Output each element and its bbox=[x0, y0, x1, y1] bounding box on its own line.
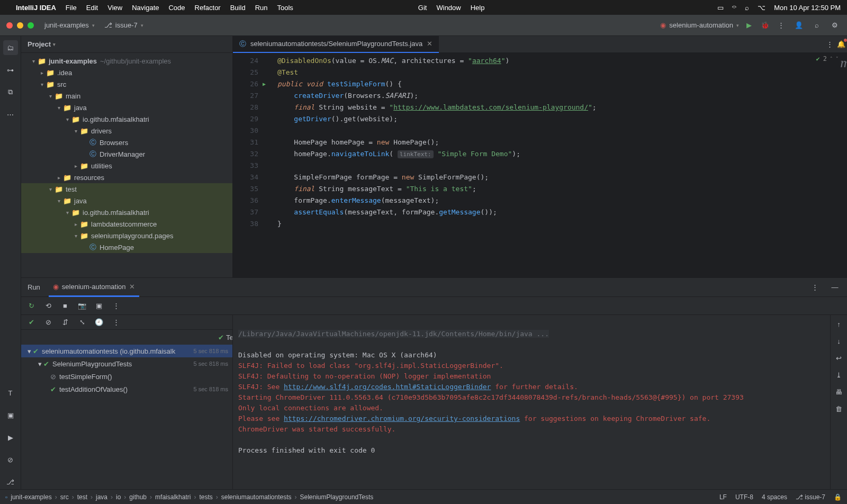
code-line[interactable]: public void testSimpleForm() { bbox=[265, 78, 847, 90]
code-with-me-button[interactable]: 👤 bbox=[793, 20, 805, 31]
test-row[interactable]: ✔testAdditionOfValues()5 sec 818 ms bbox=[21, 383, 232, 395]
git-branch-status[interactable]: ⎇ issue-7 bbox=[796, 493, 825, 501]
menu-build[interactable]: Build bbox=[230, 4, 246, 12]
inspection-widget[interactable]: ✔ 2 ˄ ˅ bbox=[816, 55, 839, 62]
tree-row[interactable]: ▾📁main bbox=[21, 90, 232, 102]
sort-button[interactable]: ⇵ bbox=[59, 317, 71, 328]
line-separator[interactable]: LF bbox=[719, 493, 727, 501]
problems-tool-button[interactable]: ⊘ bbox=[3, 452, 18, 467]
debug-tool-button[interactable]: ▣ bbox=[3, 408, 18, 422]
breadcrumb-item[interactable]: github bbox=[129, 493, 147, 501]
breadcrumb-item[interactable]: test bbox=[77, 493, 87, 501]
gutter-line[interactable]: 27 bbox=[233, 90, 258, 102]
breadcrumb-item[interactable]: tests bbox=[199, 493, 212, 501]
console-link[interactable]: http://www.slf4j.org/codes.html#StaticLo… bbox=[284, 383, 491, 391]
tree-row[interactable]: ▸📁.idea bbox=[21, 67, 232, 78]
code-line[interactable]: @Test bbox=[265, 67, 847, 78]
tree-row[interactable]: ▾📁io.github.mfaisalkhatri bbox=[21, 113, 232, 125]
code-line[interactable]: } bbox=[265, 218, 847, 230]
code-line[interactable]: getDriver().get(website); bbox=[265, 113, 847, 125]
stop-button[interactable]: ■ bbox=[59, 300, 71, 312]
editor-tab[interactable]: Ⓒ seleniumautomationtests/SeleniumPlaygr… bbox=[233, 36, 439, 53]
run-panel-options-button[interactable]: ⋮ bbox=[809, 282, 821, 293]
run-config-selector[interactable]: ◉ selenium-automation ▾ bbox=[660, 21, 739, 29]
gutter-line[interactable]: 37 bbox=[233, 206, 258, 218]
fullscreen-window-button[interactable] bbox=[28, 22, 34, 29]
tree-row[interactable]: ▾📁junit-examples~/github/junit-examples bbox=[21, 55, 232, 67]
breadcrumb-item[interactable]: SeleniumPlaygroundTests bbox=[300, 493, 374, 501]
print-button[interactable]: 🖶 bbox=[833, 386, 845, 398]
tree-row[interactable]: ▸📁lambdatestcommerce bbox=[21, 218, 232, 230]
gutter-line[interactable]: 38 bbox=[233, 218, 258, 230]
menu-navigate[interactable]: Navigate bbox=[132, 4, 159, 12]
menu-file[interactable]: File bbox=[66, 4, 77, 12]
more-button[interactable]: ⋮ bbox=[110, 300, 122, 312]
tree-row[interactable]: ⒸBrowsers bbox=[21, 137, 232, 148]
code-line[interactable]: @DisabledOnOs(value = OS.MAC, architectu… bbox=[265, 55, 847, 67]
test-row[interactable]: ⊘testSimpleForm() bbox=[21, 370, 232, 383]
vcs-branch-selector[interactable]: ⎇ issue-7 ▾ bbox=[104, 21, 143, 29]
settings-button[interactable]: ⚙ bbox=[829, 20, 841, 31]
gutter-line[interactable]: 24 bbox=[233, 55, 258, 67]
project-tool-button[interactable]: 🗂 bbox=[3, 40, 18, 55]
close-window-button[interactable] bbox=[6, 22, 13, 29]
clear-button[interactable]: 🗑 bbox=[833, 403, 845, 415]
editor-body[interactable]: 242526▶272829303132333435363738 @Disable… bbox=[233, 53, 847, 277]
console-link[interactable]: https://chromedriver.chromium.org/securi… bbox=[284, 415, 520, 422]
test-tree-more-button[interactable]: ⋮ bbox=[110, 317, 122, 328]
spotlight-icon[interactable]: ⌕ bbox=[745, 4, 749, 12]
code-line[interactable]: homePage.navigateToLink( linkText: "Simp… bbox=[265, 148, 847, 160]
notifications-button[interactable]: 🔔 bbox=[835, 39, 847, 50]
menu-help[interactable]: Help bbox=[471, 4, 485, 12]
debug-button[interactable]: 🐞 bbox=[759, 20, 771, 31]
breadcrumb-item[interactable]: junit-examples bbox=[11, 493, 51, 501]
menu-git[interactable]: Git bbox=[418, 4, 427, 12]
wifi-icon[interactable]: ⌔ bbox=[732, 4, 736, 12]
code-line[interactable]: HomePage homePage = new HomePage(); bbox=[265, 137, 847, 148]
code-line[interactable]: SimpleFormPage formPage = new SimpleForm… bbox=[265, 172, 847, 183]
battery-icon[interactable]: ▭ bbox=[717, 4, 724, 12]
structure-tool-button[interactable]: ⧉ bbox=[3, 85, 18, 100]
breadcrumb-item[interactable]: io bbox=[116, 493, 121, 501]
more-tool-button[interactable]: ⋯ bbox=[3, 107, 18, 122]
test-list[interactable]: ▾✔seleniumautomationtests (io.github.mfa… bbox=[21, 345, 232, 395]
gutter-run-icon[interactable]: ▶ bbox=[263, 78, 266, 90]
expand-button[interactable]: ⤡ bbox=[76, 317, 88, 328]
lock-icon[interactable]: 🔒 bbox=[834, 493, 842, 501]
show-ignored-button[interactable]: ⊘ bbox=[42, 317, 54, 328]
tree-row[interactable]: ▸📁resources bbox=[21, 172, 232, 183]
control-center-icon[interactable]: ⌥ bbox=[758, 4, 765, 12]
hide-panel-button[interactable]: — bbox=[829, 282, 841, 293]
breadcrumb-item[interactable]: java bbox=[96, 493, 107, 501]
code-line[interactable]: final String messageText = "This is a te… bbox=[265, 183, 847, 195]
clock[interactable]: Mon 10 Apr 12:50 PM bbox=[774, 4, 841, 12]
tab-list-button[interactable]: ⋮ bbox=[824, 39, 835, 50]
soft-wrap-button[interactable]: ↩ bbox=[833, 352, 845, 364]
tree-row[interactable]: ▾📁drivers bbox=[21, 125, 232, 137]
close-tab-icon[interactable]: ✕ bbox=[427, 40, 432, 48]
gutter-line[interactable]: 34 bbox=[233, 172, 258, 183]
scroll-up-button[interactable]: ↑ bbox=[833, 318, 845, 330]
close-tab-icon[interactable]: ✕ bbox=[129, 283, 135, 291]
gutter-line[interactable]: 36 bbox=[233, 195, 258, 206]
project-selector[interactable]: junit-examples ▾ bbox=[44, 21, 95, 29]
gutter-line[interactable]: 30 bbox=[233, 125, 258, 137]
dump-threads-button[interactable]: 📷 bbox=[76, 300, 88, 312]
breadcrumb-item[interactable]: src bbox=[60, 493, 69, 501]
menu-run[interactable]: Run bbox=[255, 4, 268, 12]
tree-row[interactable]: ▾📁seleniumplayground.pages bbox=[21, 230, 232, 241]
more-actions-button[interactable]: ⋮ bbox=[775, 20, 787, 31]
file-encoding[interactable]: UTF-8 bbox=[735, 493, 753, 501]
git-tool-button[interactable]: ⎇ bbox=[3, 474, 18, 489]
tree-row[interactable]: ▾📁java bbox=[21, 195, 232, 206]
menu-edit[interactable]: Edit bbox=[86, 4, 98, 12]
run-tool-button[interactable]: ▶ bbox=[3, 430, 18, 445]
breadcrumb-item[interactable]: seleniumautomationtests bbox=[221, 493, 292, 501]
gutter-line[interactable]: 25 bbox=[233, 67, 258, 78]
gutter-line[interactable]: 32 bbox=[233, 148, 258, 160]
rerun-button[interactable]: ↻ bbox=[25, 300, 37, 312]
indent-setting[interactable]: 4 spaces bbox=[762, 493, 787, 501]
code-line[interactable]: assertEquals(messageText, formPage.getMe… bbox=[265, 206, 847, 218]
gutter[interactable]: 242526▶272829303132333435363738 bbox=[233, 53, 265, 277]
breadcrumb-item[interactable]: mfaisalkhatri bbox=[155, 493, 191, 501]
